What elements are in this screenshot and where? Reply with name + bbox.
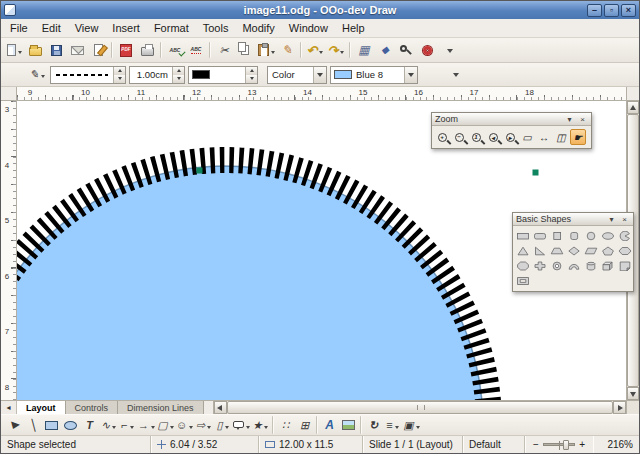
rotate-button[interactable]: ↻ bbox=[364, 416, 383, 434]
vertical-ruler[interactable]: 345678 bbox=[1, 101, 17, 400]
menu-format[interactable]: Format bbox=[147, 20, 196, 36]
ellipse-tool-button[interactable] bbox=[61, 416, 80, 434]
menu-file[interactable]: File bbox=[3, 20, 35, 36]
fill-style-select[interactable]: Color bbox=[267, 66, 327, 84]
horizontal-ruler[interactable]: 9101112131415161718 bbox=[17, 87, 626, 101]
save-button[interactable] bbox=[46, 40, 66, 60]
glue-points-button[interactable]: ⊞ bbox=[295, 416, 314, 434]
shadow-button[interactable] bbox=[421, 65, 441, 85]
tab-controls[interactable]: Controls bbox=[66, 401, 119, 414]
selection-handle[interactable] bbox=[197, 168, 203, 174]
shape-isosceles-triangle[interactable] bbox=[515, 244, 531, 258]
zoom-slider-track[interactable] bbox=[543, 443, 575, 446]
shape-cross[interactable] bbox=[532, 259, 548, 273]
shape-ellipse[interactable] bbox=[600, 229, 616, 243]
shape-ring[interactable] bbox=[549, 259, 565, 273]
zoom-next-button[interactable]: ▸ bbox=[502, 129, 518, 145]
zoom-page-width-button[interactable]: ↔ bbox=[536, 129, 552, 145]
copy-button[interactable] bbox=[235, 40, 255, 60]
spellcheck-button[interactable]: ABC bbox=[165, 40, 185, 60]
horizontal-scrollbar[interactable] bbox=[214, 401, 626, 414]
panel-close-icon[interactable]: × bbox=[577, 114, 588, 125]
menu-window[interactable]: Window bbox=[282, 20, 335, 36]
edit-points-button[interactable]: ∷ bbox=[276, 416, 295, 434]
zoom-slider-thumb[interactable] bbox=[563, 440, 569, 450]
window-titlebar[interactable]: image11.odg - OOo-dev Draw –▫× bbox=[1, 1, 639, 19]
zoom-in-label[interactable]: + bbox=[579, 439, 585, 450]
zoom-shift-button[interactable]: ☛ bbox=[570, 129, 586, 145]
scroll-up-icon[interactable] bbox=[627, 101, 639, 114]
shape-cylinder[interactable] bbox=[583, 259, 599, 273]
new-document-button[interactable] bbox=[4, 40, 24, 60]
shape-folded-corner[interactable] bbox=[617, 259, 633, 273]
basic-shapes-button[interactable]: ▢ bbox=[156, 416, 175, 434]
arrange-button[interactable]: ▣ bbox=[402, 416, 421, 434]
shape-cube[interactable] bbox=[600, 259, 616, 273]
shape-block-arc[interactable] bbox=[566, 259, 582, 273]
zoom-slider-cell[interactable]: − + bbox=[525, 436, 593, 453]
arrow-style-button[interactable]: ✎ bbox=[27, 65, 47, 85]
paste-button[interactable] bbox=[256, 40, 276, 60]
menu-tools[interactable]: Tools bbox=[196, 20, 236, 36]
edit-file-button[interactable] bbox=[88, 40, 108, 60]
flowchart-button[interactable]: ▯ bbox=[213, 416, 232, 434]
close-button[interactable]: × bbox=[621, 4, 636, 17]
panel-menu-icon[interactable]: ▾ bbox=[606, 214, 617, 225]
insert-picture-button[interactable] bbox=[339, 416, 358, 434]
scroll-right-icon[interactable] bbox=[613, 401, 626, 414]
block-arrows-button[interactable]: ⇨ bbox=[194, 416, 213, 434]
line-color-select[interactable] bbox=[188, 66, 258, 84]
shape-circle-pie[interactable] bbox=[617, 229, 633, 243]
cursor-position-cell[interactable]: 6.04 / 3.52 bbox=[151, 436, 259, 453]
maximize-button[interactable]: ▫ bbox=[604, 4, 619, 17]
stars-button[interactable]: ★ bbox=[251, 416, 270, 434]
zoom-button[interactable] bbox=[396, 40, 416, 60]
navigator-button[interactable]: ◆ bbox=[375, 40, 395, 60]
format-paintbrush-button[interactable]: ✎ bbox=[277, 40, 297, 60]
zoom-100-button[interactable]: 1 bbox=[468, 129, 484, 145]
display-grid-button[interactable]: ▦ bbox=[354, 40, 374, 60]
menu-modify[interactable]: Modify bbox=[235, 20, 281, 36]
connector-tool-button[interactable]: ⌐ bbox=[118, 416, 137, 434]
symbol-sh3apes-button[interactable]: ☺ bbox=[175, 416, 194, 434]
shape-rectangle[interactable] bbox=[515, 229, 531, 243]
auto-spellcheck-button[interactable]: ABC bbox=[186, 40, 206, 60]
select-button[interactable]: ▶ bbox=[4, 416, 23, 434]
shape-right-triangle[interactable] bbox=[532, 244, 548, 258]
curve-tool-button[interactable]: ∿ bbox=[99, 416, 118, 434]
toolbar-options-icon[interactable] bbox=[444, 41, 456, 59]
fontwork-button[interactable]: A bbox=[320, 416, 339, 434]
page-style-cell[interactable]: Default bbox=[463, 436, 525, 453]
alignment-button[interactable]: ≡ bbox=[383, 416, 402, 434]
undo-button[interactable]: ↶ bbox=[305, 40, 325, 60]
rectangle-tool-button[interactable] bbox=[42, 416, 61, 434]
email-document-button[interactable] bbox=[67, 40, 87, 60]
shape-regular-pentagon[interactable] bbox=[600, 244, 616, 258]
line-width-input[interactable]: 1.00cm bbox=[129, 66, 185, 84]
shape-parallelogram[interactable] bbox=[583, 244, 599, 258]
selection-handle[interactable] bbox=[533, 170, 539, 176]
shape-frame[interactable] bbox=[515, 274, 531, 288]
shape-hexagon[interactable] bbox=[617, 244, 633, 258]
zoom-previous-button[interactable]: ◂ bbox=[485, 129, 501, 145]
zoom-out-button[interactable]: − bbox=[451, 129, 467, 145]
panel-close-icon[interactable]: × bbox=[619, 214, 630, 225]
fill-style-caret-icon[interactable] bbox=[313, 67, 326, 83]
scroll-left-icon[interactable] bbox=[214, 401, 227, 414]
line-tool-button[interactable]: ╲ bbox=[23, 416, 42, 434]
tab-layout[interactable]: Layout bbox=[17, 401, 66, 414]
line-width-spinner[interactable] bbox=[172, 67, 184, 83]
shape-square[interactable] bbox=[549, 229, 565, 243]
zoom-optimal-button[interactable]: ◫ bbox=[553, 129, 569, 145]
line-color-spinner[interactable] bbox=[245, 67, 257, 83]
menu-edit[interactable]: Edit bbox=[35, 20, 68, 36]
export-pdf-button[interactable]: PDF bbox=[116, 40, 136, 60]
shape-circle[interactable] bbox=[583, 229, 599, 243]
line-style-spinner[interactable] bbox=[113, 67, 125, 83]
lines-arrows-button[interactable]: → bbox=[137, 416, 156, 434]
tab-splitter[interactable] bbox=[204, 401, 214, 414]
callouts-button[interactable] bbox=[232, 416, 251, 434]
shape-octagon[interactable] bbox=[515, 259, 531, 273]
toolbar-options-icon[interactable] bbox=[450, 66, 462, 84]
text-tool-button[interactable]: T bbox=[80, 416, 99, 434]
